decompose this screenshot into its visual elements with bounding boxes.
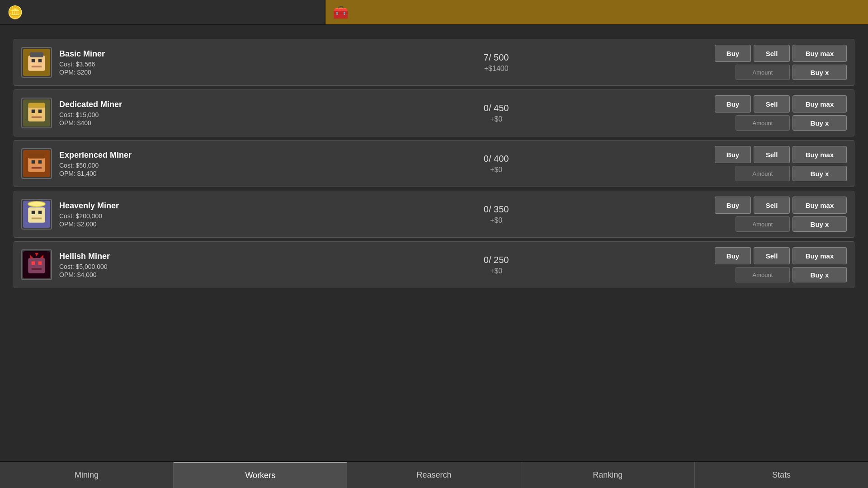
svg-rect-15 [32,160,35,164]
amount-button-experienced-miner[interactable]: Amount [736,166,790,181]
nav-item-ranking[interactable]: Ranking [521,462,695,488]
worker-action-row-bottom-heavenly-miner: Amount Buy x [736,216,847,232]
worker-row-basic-miner: Basic Miner Cost: $3,566 OPM: $200 7/ 50… [14,39,854,86]
svg-rect-8 [28,103,45,108]
worker-action-row-top-hellish-miner: Buy Sell Buy max [715,247,847,264]
worker-action-row-top-experienced-miner: Buy Sell Buy max [715,146,847,163]
worker-opm-bonus-basic-miner: +$1400 [278,65,715,73]
buy-x-button-experienced-miner[interactable]: Buy x [793,166,847,181]
nav-item-stats[interactable]: Stats [695,462,868,488]
worker-avatar-basic-miner [21,47,52,78]
worker-cost-basic-miner: Cost: $3,566 [59,61,278,68]
svg-rect-2 [30,52,43,57]
chest-icon: 🧰 [333,5,349,20]
worker-owned-heavenly-miner: 0/ 350 [278,204,715,215]
worker-count-experienced-miner: 0/ 400 +$0 [278,154,715,174]
worker-info-basic-miner: Basic Miner Cost: $3,566 OPM: $200 [59,49,278,76]
worker-action-row-bottom-basic-miner: Amount Buy x [736,65,847,80]
worker-row-dedicated-miner: Dedicated Miner Cost: $15,000 OPM: $400 … [14,89,854,136]
svg-rect-30 [38,262,42,265]
worker-owned-hellish-miner: 0/ 250 [278,255,715,265]
nav-item-workers[interactable]: Workers [174,462,347,488]
svg-rect-3 [32,59,35,63]
buy-button-heavenly-miner[interactable]: Buy [715,197,751,214]
svg-rect-31 [32,268,42,270]
sell-button-experienced-miner[interactable]: Sell [754,146,790,163]
svg-rect-10 [38,110,42,113]
worker-cost-experienced-miner: Cost: $50,000 [59,162,278,169]
amount-button-basic-miner[interactable]: Amount [736,65,790,80]
svg-rect-11 [32,117,42,118]
worker-info-dedicated-miner: Dedicated Miner Cost: $15,000 OPM: $400 [59,100,278,127]
worker-name-basic-miner: Basic Miner [59,49,278,59]
buy-max-button-experienced-miner[interactable]: Buy max [793,146,847,163]
worker-name-heavenly-miner: Heavenly Miner [59,201,278,211]
svg-rect-23 [32,218,42,220]
worker-row-heavenly-miner: Heavenly Miner Cost: $200,000 OPM: $2,00… [14,191,854,238]
svg-rect-20 [28,207,45,223]
main-content: Basic Miner Cost: $3,566 OPM: $200 7/ 50… [0,25,868,461]
svg-rect-1 [28,56,45,71]
svg-rect-22 [38,211,42,215]
worker-row-experienced-miner: Experienced Miner Cost: $50,000 OPM: $1,… [14,140,854,187]
worker-name-experienced-miner: Experienced Miner [59,150,278,160]
sell-button-basic-miner[interactable]: Sell [754,45,790,62]
sell-button-heavenly-miner[interactable]: Sell [754,197,790,214]
buy-max-button-hellish-miner[interactable]: Buy max [793,247,847,264]
buy-button-dedicated-miner[interactable]: Buy [715,95,751,113]
sell-button-hellish-miner[interactable]: Sell [754,247,790,264]
svg-rect-25 [28,258,45,273]
buy-button-basic-miner[interactable]: Buy [715,45,751,62]
svg-rect-29 [32,262,35,265]
svg-rect-14 [28,154,45,159]
worker-owned-basic-miner: 7/ 500 [278,52,715,63]
worker-avatar-experienced-miner [21,148,52,179]
coin-icon: 🪙 [7,5,23,20]
svg-point-19 [28,202,45,206]
worker-avatar-dedicated-miner [21,98,52,128]
buy-x-button-heavenly-miner[interactable]: Buy x [793,216,847,232]
buy-x-button-basic-miner[interactable]: Buy x [793,65,847,80]
worker-actions-hellish-miner: Buy Sell Buy max Amount Buy x [715,247,847,282]
worker-opm-hellish-miner: OPM: $4,000 [59,271,278,278]
header: 🪙 🧰 [0,0,868,25]
worker-avatar-heavenly-miner [21,199,52,230]
buy-x-button-hellish-miner[interactable]: Buy x [793,267,847,282]
svg-rect-7 [28,106,45,122]
worker-count-heavenly-miner: 0/ 350 +$0 [278,204,715,225]
amount-button-dedicated-miner[interactable]: Amount [736,115,790,131]
worker-action-row-bottom-dedicated-miner: Amount Buy x [736,115,847,131]
worker-action-row-top-heavenly-miner: Buy Sell Buy max [715,197,847,214]
buy-max-button-basic-miner[interactable]: Buy max [793,45,847,62]
amount-button-hellish-miner[interactable]: Amount [736,267,790,282]
buy-button-experienced-miner[interactable]: Buy [715,146,751,163]
buy-button-hellish-miner[interactable]: Buy [715,247,751,264]
amount-button-heavenly-miner[interactable]: Amount [736,216,790,232]
sell-button-dedicated-miner[interactable]: Sell [754,95,790,113]
worker-row-hellish-miner: Hellish Miner Cost: $5,000,000 OPM: $4,0… [14,241,854,288]
worker-cost-hellish-miner: Cost: $5,000,000 [59,263,278,270]
worker-actions-experienced-miner: Buy Sell Buy max Amount Buy x [715,146,847,181]
worker-opm-basic-miner: OPM: $200 [59,69,278,76]
worker-cost-heavenly-miner: Cost: $200,000 [59,212,278,220]
buy-max-button-dedicated-miner[interactable]: Buy max [793,95,847,113]
svg-rect-4 [38,59,42,63]
svg-rect-17 [32,167,42,169]
worker-action-row-bottom-experienced-miner: Amount Buy x [736,166,847,181]
worker-action-row-top-basic-miner: Buy Sell Buy max [715,45,847,62]
worker-actions-heavenly-miner: Buy Sell Buy max Amount Buy x [715,197,847,232]
chest-section: 🧰 [326,0,868,24]
worker-opm-dedicated-miner: OPM: $400 [59,119,278,127]
nav-item-mining[interactable]: Mining [0,462,174,488]
worker-info-hellish-miner: Hellish Miner Cost: $5,000,000 OPM: $4,0… [59,252,278,278]
worker-name-hellish-miner: Hellish Miner [59,252,278,261]
nav-item-research[interactable]: Reaserch [347,462,521,488]
worker-name-dedicated-miner: Dedicated Miner [59,100,278,109]
buy-x-button-dedicated-miner[interactable]: Buy x [793,115,847,131]
svg-rect-13 [28,157,45,172]
buy-max-button-heavenly-miner[interactable]: Buy max [793,197,847,214]
worker-owned-experienced-miner: 0/ 400 [278,154,715,164]
worker-owned-dedicated-miner: 0/ 450 [278,103,715,113]
worker-opm-bonus-heavenly-miner: +$0 [278,216,715,225]
worker-opm-bonus-hellish-miner: +$0 [278,267,715,275]
